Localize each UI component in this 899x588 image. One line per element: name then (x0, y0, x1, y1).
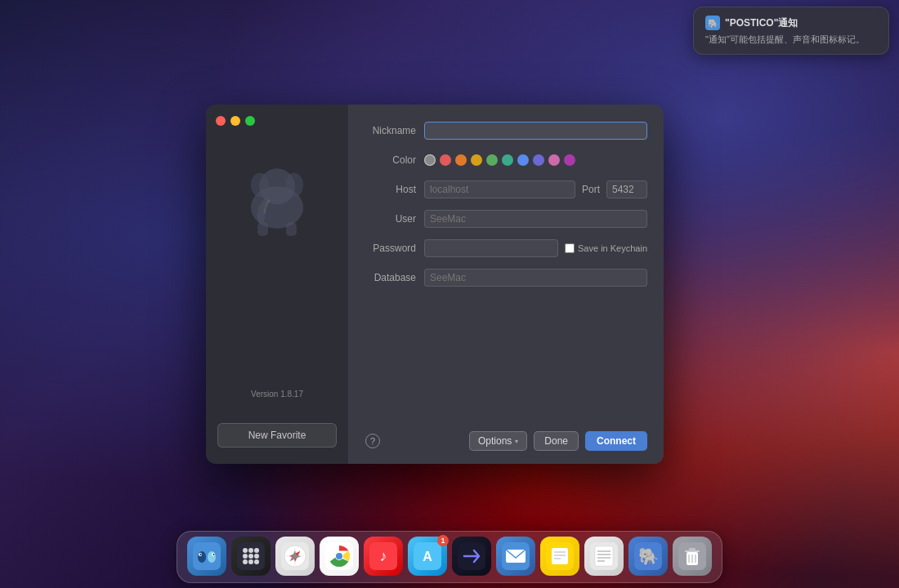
user-row: User (365, 209, 647, 229)
user-input[interactable] (424, 210, 647, 228)
host-label: Host (365, 184, 424, 195)
minimize-button[interactable] (230, 116, 240, 126)
host-port-row: Port (424, 180, 647, 198)
swatch-default[interactable] (424, 154, 436, 166)
swatch-pink[interactable] (548, 154, 560, 166)
password-input[interactable] (424, 239, 558, 257)
save-in-keychain-label[interactable]: Save in Keychain (565, 243, 647, 253)
swatch-green[interactable] (486, 154, 498, 166)
elephant-logo (232, 154, 322, 243)
done-button[interactable]: Done (534, 431, 579, 451)
svg-rect-5 (286, 222, 297, 236)
svg-point-22 (254, 559, 259, 564)
host-row: Host Port (365, 180, 647, 199)
keychain-text: Save in Keychain (578, 243, 647, 253)
database-row: Database (365, 268, 647, 287)
nickname-row: Nickname (365, 121, 647, 140)
swatch-red[interactable] (440, 154, 451, 166)
options-label: Options (478, 435, 512, 447)
maximize-button[interactable] (245, 116, 255, 126)
swatch-orange[interactable] (455, 154, 467, 166)
dock-icon-music[interactable]: ♪ (364, 537, 403, 576)
version-label: Version 1.8.17 (251, 390, 303, 399)
form-bottom-actions: ? Options ▾ Done Connect (365, 421, 647, 451)
dock-icon-safari[interactable] (275, 537, 315, 576)
swatch-indigo[interactable] (533, 154, 544, 166)
color-row: Color (365, 150, 647, 170)
database-input[interactable] (424, 269, 647, 287)
svg-point-2 (251, 173, 269, 197)
action-buttons: Options ▾ Done Connect (469, 431, 647, 451)
color-label: Color (365, 154, 424, 166)
svg-point-18 (248, 554, 253, 559)
password-label: Password (365, 243, 424, 254)
svg-rect-57 (689, 548, 695, 551)
new-favorite-button[interactable]: New Favorite (217, 423, 337, 448)
sidebar-panel: Version 1.8.17 New Favorite (206, 105, 349, 464)
database-label: Database (365, 272, 424, 283)
nickname-input[interactable] (424, 122, 647, 140)
port-input[interactable] (606, 180, 647, 198)
svg-point-16 (254, 548, 259, 553)
svg-point-33 (336, 553, 342, 559)
dock-icon-appstore[interactable]: A 1 (408, 537, 447, 576)
notification-app-icon: 🐘 (705, 16, 720, 30)
swatch-purple[interactable] (564, 154, 575, 166)
svg-text:A: A (423, 550, 432, 564)
svg-point-11 (200, 554, 202, 555)
notification-body-text: "通知"可能包括提醒、声音和图标标记。 (705, 33, 877, 46)
options-button[interactable]: Options ▾ (469, 431, 527, 451)
dock-icon-chrome[interactable] (320, 537, 359, 576)
dock-icon-nova[interactable] (452, 537, 491, 576)
dock-icon-textedit[interactable] (584, 537, 624, 576)
svg-point-19 (254, 554, 259, 559)
dock-icon-postico[interactable]: 🐘 (628, 537, 668, 576)
notification-popup: 🐘 "POSTICO"通知 "通知"可能包括提醒、声音和图标标记。 (693, 7, 889, 55)
svg-rect-47 (595, 546, 613, 566)
form-panel: Nickname Color Host P (349, 105, 664, 464)
svg-text:♪: ♪ (380, 548, 387, 564)
svg-rect-6 (193, 542, 221, 570)
dock-icon-launchpad[interactable] (231, 537, 271, 576)
nickname-label: Nickname (365, 125, 424, 136)
save-in-keychain-checkbox[interactable] (565, 243, 575, 253)
svg-point-17 (243, 554, 248, 559)
password-row: Password Save in Keychain (365, 238, 647, 258)
svg-point-21 (248, 559, 253, 564)
host-input[interactable] (424, 180, 575, 198)
dock-icon-mail[interactable] (496, 537, 535, 576)
svg-point-8 (208, 551, 216, 563)
svg-text:🐘: 🐘 (638, 546, 659, 566)
svg-point-7 (198, 551, 206, 563)
swatch-yellow[interactable] (471, 154, 482, 166)
svg-point-12 (213, 554, 215, 555)
connect-button[interactable]: Connect (585, 431, 647, 451)
swatch-teal[interactable] (502, 154, 513, 166)
dock-icon-finder[interactable] (187, 537, 226, 576)
svg-rect-42 (552, 548, 568, 564)
postico-window: Version 1.8.17 New Favorite Nickname Col… (206, 105, 664, 464)
svg-point-3 (285, 173, 303, 197)
appstore-badge: 1 (437, 535, 449, 546)
port-label: Port (582, 184, 600, 195)
password-row-inner: Save in Keychain (424, 239, 647, 257)
swatch-blue[interactable] (517, 154, 529, 166)
dock-icon-trash[interactable] (673, 537, 712, 576)
notification-app-name: "POSTICO"通知 (725, 16, 798, 30)
options-chevron-icon: ▾ (515, 438, 518, 445)
svg-point-14 (243, 548, 248, 553)
svg-point-15 (248, 548, 253, 553)
dock-icon-notes[interactable] (540, 537, 579, 576)
help-button[interactable]: ? (365, 434, 380, 448)
color-swatches (424, 154, 575, 166)
svg-rect-4 (257, 222, 268, 236)
dock: ♪ A 1 🐘 (177, 531, 722, 583)
user-label: User (365, 213, 424, 225)
window-controls (216, 116, 255, 126)
svg-point-20 (243, 559, 248, 564)
close-button[interactable] (216, 116, 226, 126)
